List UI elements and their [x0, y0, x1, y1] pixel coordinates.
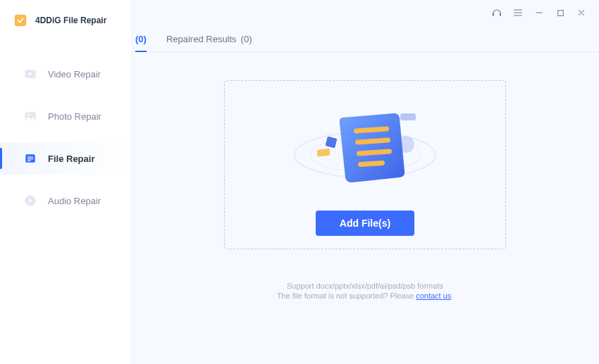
- contact-us-link[interactable]: contact us: [416, 291, 451, 300]
- menu-icon[interactable]: [510, 5, 526, 20]
- svg-rect-11: [557, 10, 563, 15]
- brand: 4DDiG File Repair: [0, 13, 131, 45]
- content-area: Add File(s) Support docx/pptx/xlsx/pdf/a…: [131, 52, 599, 364]
- sidebar-item-label: Video Repair: [48, 69, 101, 80]
- close-button[interactable]: [574, 5, 589, 20]
- file-icon: [23, 151, 38, 166]
- sidebar-item-label: Audio Repair: [48, 196, 101, 206]
- support-text: Support docx/pptx/xlsx/pdf/ai/psd/psb fo…: [277, 282, 454, 300]
- svg-rect-6: [27, 158, 33, 159]
- tab-count: (0): [241, 34, 252, 44]
- tab-count: (0): [135, 34, 147, 44]
- svg-rect-0: [15, 15, 27, 27]
- svg-point-3: [27, 114, 30, 116]
- app-title: 4DDiG File Repair: [35, 15, 106, 25]
- nav: Video Repair Photo Repair File Repair Au…: [0, 58, 131, 217]
- tabs: (0) Repaired Results (0): [131, 25, 599, 52]
- sidebar-item-label: File Repair: [48, 153, 94, 164]
- svg-rect-16: [400, 113, 416, 120]
- photo-icon: [23, 108, 38, 124]
- titlebar: [131, 0, 599, 25]
- svg-rect-9: [493, 13, 494, 16]
- support-icon[interactable]: [489, 5, 505, 20]
- video-icon: [23, 66, 38, 82]
- main-panel: (0) Repaired Results (0): [131, 0, 599, 364]
- svg-rect-5: [27, 157, 33, 158]
- file-illustration-icon: [288, 88, 443, 201]
- svg-rect-15: [326, 137, 338, 149]
- minimize-button[interactable]: [531, 5, 547, 20]
- svg-rect-14: [317, 149, 330, 157]
- maximize-button[interactable]: [552, 5, 568, 20]
- dropzone[interactable]: Add File(s): [224, 80, 506, 249]
- sidebar-item-video-repair[interactable]: Video Repair: [0, 58, 131, 90]
- support-contact-line: The file format is not supported? Please…: [277, 291, 454, 300]
- tab-unrepaired[interactable]: (0): [135, 28, 147, 51]
- sidebar-item-file-repair[interactable]: File Repair: [0, 142, 131, 175]
- sidebar-item-audio-repair[interactable]: Audio Repair: [0, 184, 131, 217]
- sidebar: 4DDiG File Repair Video Repair Photo Rep…: [0, 0, 131, 364]
- support-formats: Support docx/pptx/xlsx/pdf/ai/psd/psb fo…: [277, 282, 454, 290]
- sidebar-item-label: Photo Repair: [48, 111, 101, 122]
- audio-icon: [23, 193, 38, 208]
- add-files-button[interactable]: Add File(s): [316, 211, 414, 236]
- tab-label: Repaired Results: [166, 34, 237, 44]
- sidebar-item-photo-repair[interactable]: Photo Repair: [0, 100, 131, 132]
- svg-rect-10: [500, 13, 501, 16]
- svg-rect-7: [27, 161, 31, 161]
- tab-repaired-results[interactable]: Repaired Results (0): [166, 28, 252, 51]
- app-logo-icon: [13, 13, 28, 28]
